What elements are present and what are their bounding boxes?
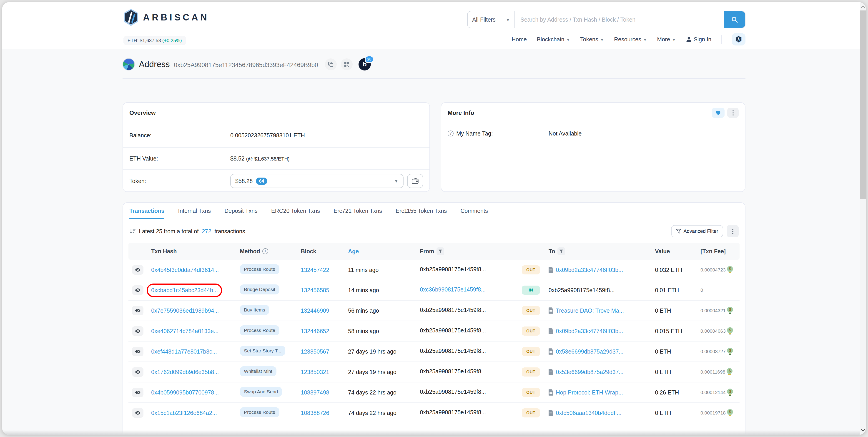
chevron-down-icon: ▼ xyxy=(672,38,676,42)
block-link[interactable]: 132456585 xyxy=(301,287,329,293)
tab-internal-txns[interactable]: Internal Txns xyxy=(178,203,211,219)
from-address[interactable]: 0xb25a9908175e1459f8... xyxy=(420,368,486,375)
age-text[interactable]: 74 days 22 hrs ago xyxy=(348,410,397,416)
to-address[interactable]: 0x09bd2a33c47746ff03b... xyxy=(556,267,623,273)
to-address[interactable]: 0x53e6699db875a29d37... xyxy=(556,348,624,355)
scrollbar-thumb[interactable] xyxy=(860,10,866,199)
total-transactions-link[interactable]: 272 xyxy=(202,228,211,235)
favorite-button[interactable] xyxy=(712,108,724,118)
from-address[interactable]: 0xb25a9908175e1459f8... xyxy=(420,266,486,273)
token-count-badge: 64 xyxy=(256,178,267,185)
tab-transactions[interactable]: Transactions xyxy=(129,203,164,219)
scroll-down-arrow[interactable] xyxy=(860,427,866,434)
search-icon xyxy=(731,16,738,23)
nav-item-tokens[interactable]: Tokens ▼ xyxy=(580,36,604,43)
block-link[interactable]: 108388726 xyxy=(301,410,329,416)
nav-item-resources[interactable]: Resources ▼ xyxy=(614,36,647,43)
block-link[interactable]: 123850321 xyxy=(301,369,329,375)
txn-hash-link[interactable]: 0x1762d099db9d6e35b8... xyxy=(151,369,219,375)
eye-button[interactable] xyxy=(132,367,144,377)
txn-hash-link[interactable]: 0x7e7559036ed1989b94... xyxy=(151,307,219,314)
txn-hash-link[interactable]: 0xcbabd1c45abc23d44b... xyxy=(151,287,218,293)
search-button[interactable] xyxy=(724,11,745,28)
col-value: Value xyxy=(655,248,701,255)
eye-button[interactable] xyxy=(132,265,144,275)
tab-erc721-token-txns[interactable]: Erc721 Token Txns xyxy=(334,203,382,219)
search-input[interactable] xyxy=(515,11,724,28)
arbiscan-logo[interactable]: ARBISCAN xyxy=(123,9,209,26)
table-row: 0x7e7559036ed1989b94... Buy Items 132446… xyxy=(128,301,740,321)
age-text[interactable]: 58 mins ago xyxy=(348,328,379,334)
txn-hash-link[interactable]: 0x4b45f3e0dda74df3614... xyxy=(151,267,219,273)
to-address[interactable]: 0x09bd2a33c47746ff03b... xyxy=(556,328,623,335)
tab-comments[interactable]: Comments xyxy=(460,203,488,219)
eye-icon xyxy=(135,267,141,273)
col-age-toggle[interactable]: Age xyxy=(348,248,359,255)
to-address[interactable]: 0xfc506aaa1340b4dedff... xyxy=(556,410,622,416)
more-options-button[interactable] xyxy=(727,108,739,118)
eye-button[interactable] xyxy=(132,408,144,418)
table-options-button[interactable] xyxy=(727,225,739,238)
block-link[interactable]: 132446909 xyxy=(301,307,329,314)
nav-item-home[interactable]: Home xyxy=(512,36,527,43)
age-text[interactable]: 74 days 22 hrs ago xyxy=(348,389,397,396)
txn-hash-link[interactable]: 0x4b0599095b07700978... xyxy=(151,389,219,396)
from-address[interactable]: 0xb25a9908175e1459f8... xyxy=(420,307,486,313)
nav-item-more[interactable]: More ▼ xyxy=(657,36,676,43)
to-address[interactable]: 0x53e6699db875a29d37... xyxy=(556,369,624,375)
heart-icon xyxy=(715,110,721,115)
block-link[interactable]: 123850567 xyxy=(301,348,329,355)
copy-address-button[interactable] xyxy=(325,58,337,70)
contract-icon xyxy=(549,410,554,416)
age-text[interactable]: 27 days 19 hrs ago xyxy=(348,369,397,375)
from-address[interactable]: 0xb25a9908175e1459f8... xyxy=(420,327,486,334)
block-link[interactable]: 108397498 xyxy=(301,389,329,396)
blockscan-chat-button[interactable]: b 20 xyxy=(359,58,371,70)
eye-button[interactable] xyxy=(132,388,144,397)
gas-icon: $ xyxy=(727,348,733,355)
qr-code-icon xyxy=(344,62,349,67)
to-filter-button[interactable] xyxy=(557,247,565,255)
age-text[interactable]: 27 days 19 hrs ago xyxy=(348,348,397,355)
from-filter-button[interactable] xyxy=(436,247,444,255)
tab-erc20-token-txns[interactable]: ERC20 Token Txns xyxy=(271,203,320,219)
qr-code-button[interactable] xyxy=(341,58,352,70)
to-address[interactable]: Hop Protocol: ETH Wrap... xyxy=(556,389,623,396)
block-link[interactable]: 132457422 xyxy=(301,267,329,273)
col-block: Block xyxy=(301,248,348,255)
from-address[interactable]: 0xb25a9908175e1459f8... xyxy=(420,388,486,395)
txn-hash-link[interactable]: 0xe4062714c784a0133e... xyxy=(151,328,218,335)
sign-in-button[interactable]: Sign In xyxy=(686,36,711,43)
main-nav: Home Blockchain ▼ Tokens ▼ Resources ▼ M… xyxy=(512,33,745,45)
to-address[interactable]: 0xb25a9908175e1459f8... xyxy=(549,287,615,293)
to-address[interactable]: Treasure DAO: Trove Ma... xyxy=(556,307,624,314)
from-address[interactable]: 0xb25a9908175e1459f8... xyxy=(420,348,486,354)
txn-hash-link[interactable]: 0x15c1ab23f126e684a2... xyxy=(151,410,217,416)
funnel-icon xyxy=(676,229,681,234)
method-badge: Set Star Story T... xyxy=(240,346,285,356)
token-dropdown[interactable]: $58.28 64 ▼ xyxy=(230,174,404,188)
contract-icon xyxy=(549,389,554,396)
from-address[interactable]: 0xc36b9908175e1459f8... xyxy=(420,286,486,293)
scroll-up-arrow[interactable] xyxy=(860,3,866,10)
tab-deposit-txns[interactable]: Deposit Txns xyxy=(224,203,257,219)
age-text[interactable]: 11 mins ago xyxy=(348,267,378,273)
wallet-icon xyxy=(412,178,418,184)
age-text[interactable]: 56 mins ago xyxy=(348,307,379,314)
network-switch-button[interactable] xyxy=(732,33,745,45)
from-address[interactable]: 0xb25a9908175e1459f8... xyxy=(420,409,486,416)
wallet-button[interactable] xyxy=(407,174,423,188)
tab-erc1155-token-txns[interactable]: Erc1155 Token Txns xyxy=(396,203,447,219)
block-link[interactable]: 132446652 xyxy=(301,328,329,334)
advanced-filter-button[interactable]: Advanced Filter xyxy=(671,225,723,238)
scrollbar[interactable] xyxy=(860,2,866,435)
eth-rate: (@ $1,637.58/ETH) xyxy=(246,156,290,162)
eye-button[interactable] xyxy=(132,326,144,336)
nav-item-blockchain[interactable]: Blockchain ▼ xyxy=(537,36,570,43)
txn-hash-link[interactable]: 0xef443d1a77e8017b3c... xyxy=(151,348,217,355)
eye-button[interactable] xyxy=(132,285,144,295)
search-filter-select[interactable]: All Filters ▼ xyxy=(468,11,515,28)
eye-button[interactable] xyxy=(132,306,144,315)
eye-button[interactable] xyxy=(132,347,144,356)
age-text[interactable]: 14 mins ago xyxy=(348,287,379,293)
